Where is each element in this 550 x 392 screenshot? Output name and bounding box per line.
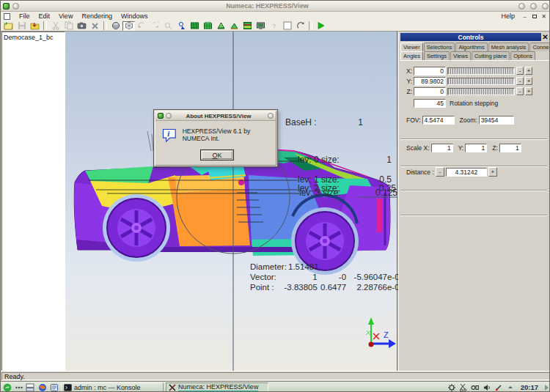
probe-point-row: Point : -3.83805 0.6477 2.28766e-07: [250, 282, 404, 292]
tree-item-democase[interactable]: Democase_1_bc: [4, 34, 63, 41]
mesh-boundary-icon[interactable]: [228, 21, 241, 31]
tray-expand-arrow-icon[interactable]: [506, 382, 516, 392]
about-dialog-title: About HEXPRESS/View: [172, 113, 265, 119]
dialog-menu-icon[interactable]: [166, 113, 172, 119]
maximize-button[interactable]: [530, 3, 537, 10]
rotation-stepping-input[interactable]: [414, 99, 446, 108]
rotate-left-icon: [136, 21, 148, 31]
tab-connections[interactable]: Connections: [529, 42, 550, 51]
screen-capture-icon[interactable]: [254, 21, 267, 31]
menu-edit[interactable]: Edit: [34, 12, 55, 20]
mesh-levels-icon[interactable]: [241, 21, 254, 31]
tab-cutting-plane[interactable]: Cutting plane: [472, 51, 510, 60]
distance-plus-button[interactable]: +: [488, 167, 497, 177]
window-menu-icon[interactable]: [12, 3, 19, 10]
tab-settings[interactable]: Settings: [424, 51, 450, 60]
window-titlebar[interactable]: Numeca: HEXPRESS/View: [1, 1, 550, 12]
delete-selection-icon[interactable]: [89, 21, 101, 31]
zoom-input[interactable]: [479, 116, 514, 125]
tray-organizer-icon[interactable]: [471, 382, 480, 392]
distance-label: Distance :: [406, 169, 434, 176]
status-message: Ready.: [1, 372, 550, 380]
mdi-restore-icon[interactable]: [530, 12, 538, 20]
controls-panel-title[interactable]: Controls: [400, 33, 541, 41]
menu-file[interactable]: File: [15, 12, 34, 20]
fov-label: FOV:: [406, 117, 421, 124]
kmenu-icon[interactable]: [2, 382, 12, 392]
y-angle-minus-button[interactable]: -: [516, 77, 524, 85]
z-angle-slider[interactable]: [447, 88, 515, 95]
axis-triad: Z: [366, 317, 396, 348]
browser-icon[interactable]: [37, 382, 47, 392]
x-angle-slider[interactable]: [447, 67, 515, 75]
konsole-icon: [64, 384, 72, 391]
viewport-3d[interactable]: Z BaseH : 1 lev: 0 size: 1 lev: 1 size: …: [65, 32, 397, 371]
reset-view-icon[interactable]: [294, 21, 307, 31]
probe-pin-icon[interactable]: [175, 21, 188, 31]
open-project-icon[interactable]: [2, 21, 15, 31]
view-shaded-icon[interactable]: [109, 21, 122, 31]
menu-view[interactable]: View: [54, 12, 77, 20]
panel-hide-handle[interactable]: [543, 382, 549, 392]
tab-viewer[interactable]: Viewer: [400, 42, 423, 51]
menu-windows[interactable]: Windows: [117, 12, 153, 20]
y-angle-input[interactable]: [414, 77, 446, 86]
desktop-pager-icon[interactable]: [26, 382, 35, 392]
rotate-right-icon: [149, 21, 161, 31]
x-angle-label: X:: [403, 67, 412, 75]
z-angle-input[interactable]: [414, 87, 446, 96]
tab-mesh-analysis[interactable]: Mesh analysis: [488, 42, 529, 51]
mdi-close-icon[interactable]: ✕: [540, 12, 548, 20]
x-angle-input[interactable]: [414, 67, 446, 75]
mdi-minimize-icon[interactable]: –: [521, 12, 529, 20]
about-message: HEXPRESS/View 6.1 by NUMECA Int.: [183, 127, 271, 142]
snapshot-camera-icon[interactable]: [76, 21, 88, 31]
model-tree-panel[interactable]: Democase_1_bc: [1, 32, 65, 371]
mesh-internal-icon[interactable]: [215, 21, 227, 31]
play-generate-icon[interactable]: [315, 21, 327, 31]
tray-klipper-icon[interactable]: [459, 382, 469, 392]
view-wireframe-icon[interactable]: [122, 21, 135, 31]
about-dialog-titlebar[interactable]: About HEXPRESS/View: [155, 111, 276, 121]
task-hexpress[interactable]: Numeca: HEXPRESS/View: [166, 382, 268, 392]
viewport-canvas[interactable]: Z: [65, 32, 397, 371]
controls-panel: Controls ✕ Viewer Selections Algorithms …: [398, 32, 550, 371]
distance-input[interactable]: [446, 168, 487, 177]
task-konsole[interactable]: admin : mc — Konsole: [61, 382, 164, 392]
z-angle-plus-button[interactable]: +: [525, 87, 532, 95]
mesh-volume-icon[interactable]: [202, 21, 214, 31]
controls-close-icon[interactable]: ✕: [541, 33, 549, 41]
tray-volume-icon[interactable]: [483, 382, 492, 392]
menu-help[interactable]: Help: [496, 12, 519, 20]
x-angle-minus-button[interactable]: -: [516, 67, 524, 75]
ok-button[interactable]: OK: [200, 149, 234, 160]
menu-rendering[interactable]: Rendering: [77, 12, 117, 20]
menu-dots-icon[interactable]: [14, 382, 23, 392]
main-area: Democase_1_bc: [1, 32, 550, 371]
scale-x-input[interactable]: [431, 144, 453, 152]
fov-input[interactable]: [422, 116, 455, 125]
mesh-surface-icon[interactable]: [188, 21, 201, 31]
x-angle-plus-button[interactable]: +: [525, 67, 532, 75]
minimize-button[interactable]: [518, 3, 525, 10]
background-color-swatch[interactable]: [281, 21, 293, 31]
tab-views[interactable]: Views: [450, 51, 471, 60]
scale-y-input[interactable]: [465, 144, 487, 152]
tab-algorithms[interactable]: Algorithms: [455, 42, 487, 51]
tray-gear-icon[interactable]: [447, 382, 457, 392]
mdi-window-icon[interactable]: [4, 13, 10, 20]
tab-selections[interactable]: Selections: [424, 42, 455, 51]
dialog-close-button[interactable]: [268, 113, 274, 119]
z-angle-minus-button[interactable]: -: [516, 87, 524, 95]
import-case-icon[interactable]: [29, 21, 41, 31]
files-icon[interactable]: [49, 382, 59, 392]
close-button[interactable]: [542, 3, 549, 10]
tab-angles[interactable]: Angles: [400, 51, 423, 60]
tray-input-icon[interactable]: [494, 382, 504, 392]
tab-options[interactable]: Options: [510, 51, 535, 60]
y-angle-slider[interactable]: [447, 78, 515, 85]
angles-tab-content: X: - + Y: - + Z: - +: [400, 60, 550, 368]
y-angle-plus-button[interactable]: +: [525, 77, 532, 85]
scale-z-input[interactable]: [499, 144, 521, 152]
distance-minus-button[interactable]: -: [436, 167, 444, 177]
